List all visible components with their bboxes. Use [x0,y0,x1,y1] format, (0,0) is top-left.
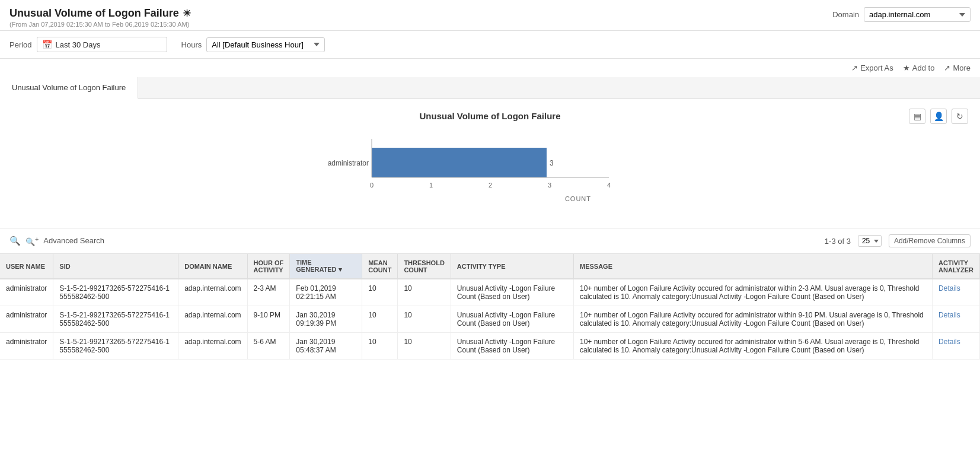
details-link-0[interactable]: Details [938,284,960,293]
main-tab[interactable]: Unusual Volume of Logon Failure [0,77,138,99]
bar-rect [372,148,547,177]
col-activity-type: ACTIVITY TYPE [451,254,573,279]
cell-user-name-1: administrator [0,306,53,333]
hours-filter: Hours All [Default Business Hour] [181,37,325,52]
cell-message-2: 10+ number of Logon Failure Activity occ… [573,333,932,360]
action-bar: ↗ Export As ★ Add to ↗ More [0,59,980,77]
col-activity-analyzer: ACTIVITYANALYZER [933,254,980,279]
chart-icons: ▤ 👤 ↻ [909,109,968,124]
cell-activity-type-1: Unusual Activity -Logon Failure Count (B… [451,306,573,333]
cell-hour-2: 5-6 AM [247,333,290,360]
col-time-generated[interactable]: TIMEGENERATED ▾ [290,254,362,279]
period-label: Period [9,40,32,49]
sun-icon: ☀ [183,8,191,19]
advanced-search-icon[interactable]: 🔍+ [25,236,39,246]
top-header: Unusual Volume of Logon Failure ☀ (From … [0,0,980,31]
chart-title: Unusual Volume of Logon Failure [18,111,962,121]
cell-time-0: Feb 01,2019 02:21:15 AM [290,279,362,306]
cell-domain-name-2: adap.internal.com [178,333,247,360]
cell-threshold-2: 10 [398,333,451,360]
cell-time-2: Jan 30,2019 05:48:37 AM [290,333,362,360]
domain-select[interactable]: adap.internal.com [864,7,971,22]
cell-sid-1: S-1-5-21-992173265-572275416-1555582462-… [53,306,178,333]
tab-label: Unusual Volume of Logon Failure [12,83,126,92]
col-user-name: USER NAME [0,254,53,279]
col-sid: SID [53,254,178,279]
cell-activity-type-0: Unusual Activity -Logon Failure Count (B… [451,279,573,306]
cell-time-1: Jan 30,2019 09:19:39 PM [290,306,362,333]
table-container: USER NAME SID DOMAIN NAME HOUR OFACTIVIT… [0,254,980,360]
period-value: Last 30 Days [56,40,101,49]
cell-domain-name-1: adap.internal.com [178,306,247,333]
cell-analyzer-2: Details [933,333,980,360]
cell-analyzer-1: Details [933,306,980,333]
cell-message-1: 10+ number of Logon Failure Activity occ… [573,306,932,333]
export-label: Export As [860,63,893,72]
pagination-info: 1-3 of 3 [825,237,851,246]
svg-text:1: 1 [429,182,432,189]
table-row: administrator S-1-5-21-992173265-5722754… [0,279,980,306]
add-remove-columns-button[interactable]: Add/Remove Columns [889,234,971,247]
bar-y-label: administrator [327,159,368,167]
cell-activity-type-2: Unusual Activity -Logon Failure Count (B… [451,333,573,360]
cell-mean-1: 10 [362,306,398,333]
per-page-select[interactable]: 25 [858,235,882,247]
search-left: 🔍 🔍+ Advanced Search [9,236,104,246]
hours-select[interactable]: All [Default Business Hour] [206,37,325,52]
domain-block: Domain adap.internal.com [832,7,971,22]
details-link-2[interactable]: Details [938,338,960,346]
col-message: MESSAGE [573,254,932,279]
cell-threshold-0: 10 [398,279,451,306]
more-label: More [953,63,971,72]
star-icon: ★ [903,63,910,72]
period-filter: Period 📅 Last 30 Days [9,37,167,52]
header-row: USER NAME SID DOMAIN NAME HOUR OFACTIVIT… [0,254,980,279]
cell-threshold-1: 10 [398,306,451,333]
cell-hour-0: 2-3 AM [247,279,290,306]
col-threshold-count: THRESHOLDCOUNT [398,254,451,279]
chart-bar-icon-btn[interactable]: ▤ [909,109,925,124]
cell-user-name-2: administrator [0,333,53,360]
details-link-1[interactable]: Details [938,311,960,319]
cell-domain-name-0: adap.internal.com [178,279,247,306]
cell-user-name-0: administrator [0,279,53,306]
col-domain-name: DOMAIN NAME [178,254,247,279]
export-icon: ↗ [851,63,858,72]
col-mean-count: MEANCOUNT [362,254,398,279]
more-button[interactable]: ↗ More [944,63,971,72]
svg-text:4: 4 [606,182,610,189]
bar-value-text: 3 [550,159,554,167]
hours-label: Hours [181,40,202,49]
filter-bar: Period 📅 Last 30 Days Hours All [Default… [0,31,980,59]
cell-sid-0: S-1-5-21-992173265-572275416-1555582462-… [53,279,178,306]
svg-text:3: 3 [547,182,551,189]
period-input[interactable]: 📅 Last 30 Days [37,37,167,52]
chart-section: Unusual Volume of Logon Failure ▤ 👤 ↻ ad… [0,99,980,228]
search-icon[interactable]: 🔍 [9,236,21,246]
cell-mean-2: 10 [362,333,398,360]
cell-analyzer-0: Details [933,279,980,306]
add-to-label: Add to [912,63,935,72]
svg-text:COUNT: COUNT [564,195,590,202]
chart-refresh-icon-btn[interactable]: ↻ [952,109,968,124]
add-to-button[interactable]: ★ Add to [903,63,935,72]
svg-text:0: 0 [369,182,373,189]
calendar-icon: 📅 [42,40,52,49]
page-title: Unusual Volume of Logon Failure ☀ [9,7,191,20]
table-row: administrator S-1-5-21-992173265-5722754… [0,333,980,360]
cell-hour-1: 9-10 PM [247,306,290,333]
svg-text:2: 2 [488,182,491,189]
table-body: administrator S-1-5-21-992173265-5722754… [0,279,980,360]
search-bar: 🔍 🔍+ Advanced Search 1-3 of 3 25 Add/Rem… [0,228,980,254]
page-title-text: Unusual Volume of Logon Failure [9,7,179,20]
export2-icon: ↗ [944,63,950,72]
advanced-search-label[interactable]: Advanced Search [43,236,104,245]
bar-chart-svg: administrator 3 0 1 2 3 4 COUNT [312,133,668,216]
chart-user-icon-btn[interactable]: 👤 [930,109,947,124]
data-table: USER NAME SID DOMAIN NAME HOUR OFACTIVIT… [0,254,980,360]
table-header: USER NAME SID DOMAIN NAME HOUR OFACTIVIT… [0,254,980,279]
cell-mean-0: 10 [362,279,398,306]
search-right: 1-3 of 3 25 Add/Remove Columns [825,234,971,247]
domain-label: Domain [832,10,859,19]
export-as-button[interactable]: ↗ Export As [851,63,893,72]
